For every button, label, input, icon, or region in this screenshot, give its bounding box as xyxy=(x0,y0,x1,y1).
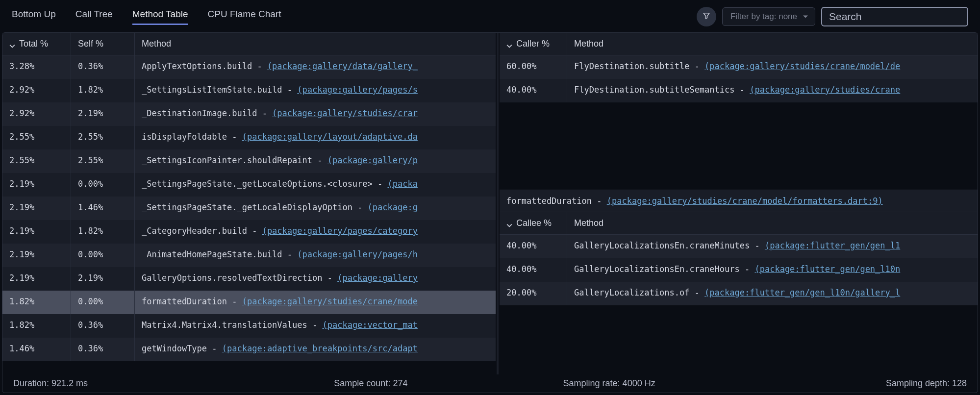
table-row[interactable]: 2.55%2.55%_SettingsIconPainter.shouldRep… xyxy=(2,149,496,173)
table-row[interactable]: 40.00%GalleryLocalizationsEn.craneMinute… xyxy=(500,235,978,258)
method-name: formattedDuration - xyxy=(142,296,242,306)
package-link[interactable]: (package:gallery xyxy=(337,273,418,283)
method-name: GalleryLocalizationsEn.craneMinutes - xyxy=(574,241,765,250)
cell-callee-pct: 40.00% xyxy=(500,235,567,258)
table-row[interactable]: 60.00%FlyDestination.subtitle - (package… xyxy=(500,55,978,79)
package-link[interactable]: (package:flutter_gen/gen_l10n xyxy=(754,264,900,274)
cell-total-pct: 2.19% xyxy=(2,244,71,267)
column-callee-pct[interactable]: Callee % xyxy=(500,212,567,234)
cell-self-pct: 0.36% xyxy=(71,55,135,79)
package-link[interactable]: (package:flutter_gen/gen_l10n/gallery_l xyxy=(704,288,900,297)
package-link[interactable]: (package:g xyxy=(368,202,418,212)
search-input[interactable] xyxy=(821,7,968,26)
column-label: Method xyxy=(574,218,603,228)
method-name: GalleryOptions.resolvedTextDirection - xyxy=(142,273,337,283)
package-link[interactable]: (package:gallery/studies/crane xyxy=(750,85,900,95)
package-link[interactable]: (package:gallery/layout/adaptive.da xyxy=(242,132,418,142)
cell-caller-pct: 40.00% xyxy=(500,79,567,102)
column-total-pct[interactable]: Total % xyxy=(2,33,71,55)
package-link[interactable]: (package:gallery/pages/h xyxy=(297,249,418,259)
filter-tag-dropdown[interactable]: Filter by tag: none xyxy=(722,7,815,26)
column-label: Caller % xyxy=(516,39,550,49)
filter-icon xyxy=(702,11,711,22)
method-name: isDisplayFoldable - xyxy=(142,132,242,142)
selected-method-package-link[interactable]: (package:gallery/studies/crane/model/for… xyxy=(607,196,883,206)
method-table-header: Total % Self % Method xyxy=(2,33,496,55)
cell-method: FlyDestination.subtitleSemantics - (pack… xyxy=(567,79,978,102)
package-link[interactable]: (package:gallery/data/gallery_ xyxy=(267,61,418,71)
panel-splitter[interactable] xyxy=(497,33,499,374)
table-row[interactable]: 1.82%0.36%Matrix4.Matrix4.translationVal… xyxy=(2,314,496,338)
method-table-body[interactable]: 3.28%0.36%ApplyTextOptions.build - (pack… xyxy=(2,55,496,374)
cell-method: getWindowType - (package:adaptive_breakp… xyxy=(135,338,496,361)
callee-table-header: Callee % Method xyxy=(500,212,978,235)
package-link[interactable]: (package:gallery/studies/crar xyxy=(272,108,418,118)
status-samples: Sample count: 274 xyxy=(251,378,490,389)
method-name: _SettingsPageState._getLocaleOptions.<cl… xyxy=(142,179,388,189)
cell-self-pct: 0.00% xyxy=(71,173,135,197)
tab-call-tree[interactable]: Call Tree xyxy=(75,9,113,25)
table-row[interactable]: 2.19%1.46%_SettingsPageState._getLocaleD… xyxy=(2,197,496,220)
tab-bottom-up[interactable]: Bottom Up xyxy=(12,9,56,25)
cell-method: GalleryLocalizationsEn.craneMinutes - (p… xyxy=(567,235,978,258)
cell-self-pct: 0.36% xyxy=(71,314,135,338)
cell-caller-pct: 60.00% xyxy=(500,55,567,79)
package-link[interactable]: (package:vector_mat xyxy=(322,320,417,330)
column-label: Method xyxy=(142,39,171,49)
caller-table-body[interactable]: 60.00%FlyDestination.subtitle - (package… xyxy=(500,55,978,190)
method-table-panel: Total % Self % Method 3.28%0.36%ApplyTex… xyxy=(2,33,496,374)
cell-self-pct: 0.00% xyxy=(71,244,135,267)
table-row[interactable]: 2.19%2.19%GalleryOptions.resolvedTextDir… xyxy=(2,267,496,291)
table-row[interactable]: 20.00%GalleryLocalizations.of - (package… xyxy=(500,282,978,305)
cell-callee-pct: 20.00% xyxy=(500,282,567,305)
chevron-down-icon xyxy=(506,41,512,47)
package-link[interactable]: (package:adaptive_breakpoints/src/adapt xyxy=(222,344,418,353)
cell-total-pct: 2.55% xyxy=(2,126,71,149)
table-row[interactable]: 2.19%0.00%_AnimatedHomePageState.build -… xyxy=(2,244,496,267)
tab-method-table[interactable]: Method Table xyxy=(132,9,188,25)
callee-table-body[interactable]: 40.00%GalleryLocalizationsEn.craneMinute… xyxy=(500,235,978,374)
table-row[interactable]: 1.82%0.00%formattedDuration - (package:g… xyxy=(2,291,496,314)
package-link[interactable]: (package:gallery/pages/s xyxy=(297,85,418,95)
cell-self-pct: 2.55% xyxy=(71,149,135,173)
table-row[interactable]: 3.28%0.36%ApplyTextOptions.build - (pack… xyxy=(2,55,496,79)
filter-button[interactable] xyxy=(697,7,716,26)
table-row[interactable]: 1.46%0.36%getWindowType - (package:adapt… xyxy=(2,338,496,361)
table-row[interactable]: 2.92%1.82%_SettingsListItemState.build -… xyxy=(2,79,496,102)
table-row[interactable]: 2.92%2.19%_DestinationImage.build - (pac… xyxy=(2,102,496,126)
selected-method-bar: formattedDuration - (package:gallery/stu… xyxy=(500,190,978,212)
method-name: _SettingsListItemState.build - xyxy=(142,85,297,95)
column-caller-pct[interactable]: Caller % xyxy=(500,33,567,55)
status-rate: Sampling rate: 4000 Hz xyxy=(490,378,729,389)
table-row[interactable]: 2.19%1.82%_CategoryHeader.build - (packa… xyxy=(2,220,496,244)
method-name: GalleryLocalizations.of - xyxy=(574,288,704,297)
column-method[interactable]: Method xyxy=(567,33,978,55)
cell-method: Matrix4.Matrix4.translationValues - (pac… xyxy=(135,314,496,338)
cell-self-pct: 1.82% xyxy=(71,220,135,244)
column-label: Self % xyxy=(78,39,103,49)
tab-flame-chart[interactable]: CPU Flame Chart xyxy=(208,9,281,25)
cell-total-pct: 2.92% xyxy=(2,79,71,102)
table-row[interactable]: 40.00%GalleryLocalizationsEn.craneHours … xyxy=(500,258,978,282)
table-row[interactable]: 2.19%0.00%_SettingsPageState._getLocaleO… xyxy=(2,173,496,197)
table-row[interactable]: 40.00%FlyDestination.subtitleSemantics -… xyxy=(500,79,978,102)
package-link[interactable]: (package:gallery/p xyxy=(327,155,418,165)
package-link[interactable]: (package:gallery/studies/crane/model/de xyxy=(704,61,900,71)
package-link[interactable]: (package:flutter_gen/gen_l1 xyxy=(765,241,900,250)
method-name: _AnimatedHomePageState.build - xyxy=(142,249,297,259)
column-self-pct[interactable]: Self % xyxy=(71,33,135,55)
package-link[interactable]: (package:gallery/pages/category xyxy=(262,226,418,236)
column-label: Method xyxy=(574,39,603,49)
cell-method: GalleryOptions.resolvedTextDirection - (… xyxy=(135,267,496,291)
caller-table-header: Caller % Method xyxy=(500,33,978,55)
package-link[interactable]: (package:gallery/studies/crane/mode xyxy=(242,296,418,306)
cell-total-pct: 3.28% xyxy=(2,55,71,79)
cell-total-pct: 2.19% xyxy=(2,173,71,197)
column-method[interactable]: Method xyxy=(567,212,978,234)
cell-self-pct: 2.55% xyxy=(71,126,135,149)
table-row[interactable]: 2.55%2.55%isDisplayFoldable - (package:g… xyxy=(2,126,496,149)
method-name: ApplyTextOptions.build - xyxy=(142,61,267,71)
cell-total-pct: 2.19% xyxy=(2,220,71,244)
package-link[interactable]: (packa xyxy=(388,179,418,189)
column-method[interactable]: Method xyxy=(135,33,496,55)
